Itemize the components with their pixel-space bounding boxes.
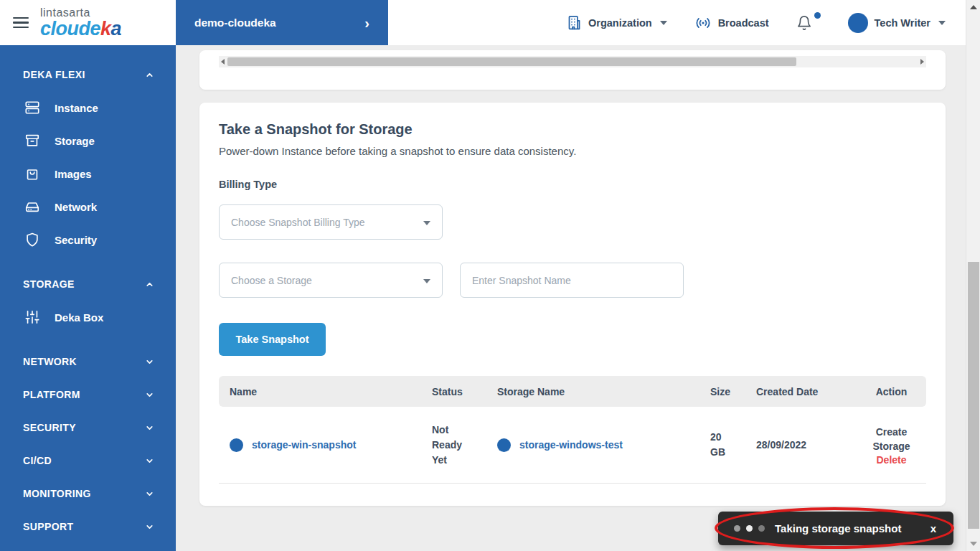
project-name: demo-cloudeka xyxy=(194,17,276,29)
loading-dots-icon xyxy=(734,525,765,532)
header-storage-name: Storage Name xyxy=(497,386,710,397)
create-storage-link[interactable]: Create Storage xyxy=(867,425,917,453)
sidebar-section-deka-flexi[interactable]: DEKA FLEXI xyxy=(0,58,176,91)
chevron-down-icon xyxy=(145,456,154,466)
toast-notification: Taking storage snapshot x xyxy=(718,512,953,545)
chevron-up-icon xyxy=(145,280,154,289)
billing-type-select[interactable]: Choose Snapshot Billing Type xyxy=(219,204,443,240)
size-value: 20 GB xyxy=(710,430,732,460)
main-content: Take a Snapshot for Storage Power-down I… xyxy=(176,45,980,551)
bell-icon xyxy=(796,14,812,32)
sidebar-section-cicd[interactable]: CI/CD xyxy=(0,444,176,477)
organization-menu[interactable]: Organization xyxy=(567,15,667,30)
horizontal-scrollbar[interactable] xyxy=(219,56,926,67)
notifications-button[interactable] xyxy=(796,14,821,32)
header-size: Size xyxy=(710,386,756,397)
header-name: Name xyxy=(219,386,432,397)
vertical-scrollbar[interactable] xyxy=(966,0,980,551)
snapshot-name-link[interactable]: storage-win-snapshot xyxy=(252,439,356,451)
broadcast-menu[interactable]: Broadcast xyxy=(694,16,769,30)
header-created-date: Created Date xyxy=(756,386,857,397)
sidebar-section-storage[interactable]: STORAGE xyxy=(0,268,176,301)
storage-status-dot xyxy=(497,438,511,452)
snapshot-name-field-wrap xyxy=(460,263,684,298)
status-value: Not Ready Yet xyxy=(432,423,472,468)
sidebar-section-network[interactable]: NETWORK xyxy=(0,345,176,378)
chevron-down-icon xyxy=(660,21,667,25)
snapshot-card: Take a Snapshot for Storage Power-down I… xyxy=(199,103,946,506)
archive-box-icon xyxy=(24,133,40,149)
sidebar-section-support[interactable]: SUPPORT xyxy=(0,510,176,543)
sidebar-nav: DEKA FLEXI Instance Storage Images Netwo… xyxy=(0,45,176,551)
sidebar-section-platform[interactable]: PLATFORM xyxy=(0,378,176,411)
page-subtitle: Power-down Instance before taking a snap… xyxy=(219,145,926,157)
notification-badge xyxy=(814,12,821,19)
snapshot-table: Name Status Storage Name Size Created Da… xyxy=(219,376,926,484)
scroll-right-arrow-icon[interactable] xyxy=(920,59,924,65)
page-title: Take a Snapshot for Storage xyxy=(219,121,926,138)
sidebar-item-deka-box[interactable]: Deka Box xyxy=(0,301,176,334)
chevron-down-icon xyxy=(145,522,154,532)
table-row: storage-win-snapshot Not Ready Yet stora… xyxy=(219,407,926,484)
sidebar-section-security[interactable]: SECURITY xyxy=(0,411,176,444)
scroll-down-arrow-icon[interactable] xyxy=(970,542,977,546)
top-bar: lintasarta cloudeka demo-cloudeka › Orga… xyxy=(0,0,980,45)
top-actions: Organization Broadcast Tech Writer xyxy=(567,0,946,45)
table-header-row: Name Status Storage Name Size Created Da… xyxy=(219,376,926,407)
sidebar-section-monitoring[interactable]: MONITORING xyxy=(0,477,176,510)
organization-label: Organization xyxy=(588,17,652,29)
sidebar-item-images[interactable]: Images xyxy=(0,157,176,190)
shield-icon xyxy=(24,232,40,248)
header-action: Action xyxy=(857,386,926,397)
chevron-down-icon xyxy=(145,390,154,400)
header-status: Status xyxy=(432,386,497,397)
caret-down-icon xyxy=(423,279,430,283)
hard-drive-icon xyxy=(24,199,40,215)
sidebar-item-storage[interactable]: Storage xyxy=(0,124,176,157)
snapshot-status-dot xyxy=(230,438,243,452)
organization-icon xyxy=(567,15,582,30)
chevron-down-icon xyxy=(145,423,154,433)
delete-link[interactable]: Delete xyxy=(857,454,926,466)
chevron-down-icon xyxy=(938,21,946,25)
user-menu[interactable]: Tech Writer xyxy=(848,13,946,33)
logo-company-text: lintasarta xyxy=(40,7,121,19)
created-date-value: 28/09/2022 xyxy=(756,439,806,451)
horizontal-scrollbar-thumb[interactable] xyxy=(227,57,796,66)
user-name: Tech Writer xyxy=(875,17,930,29)
toast-message: Taking storage snapshot xyxy=(775,522,930,534)
server-icon xyxy=(24,100,40,116)
hamburger-menu-icon[interactable] xyxy=(13,14,29,32)
avatar xyxy=(848,13,868,33)
chevron-down-icon xyxy=(145,489,154,499)
sidebar-item-security[interactable]: Security xyxy=(0,223,176,256)
app-logo: lintasarta cloudeka xyxy=(40,7,121,39)
sidebar-item-network[interactable]: Network xyxy=(0,190,176,223)
scroll-left-arrow-icon[interactable] xyxy=(221,59,225,65)
horizontal-scroll-card xyxy=(199,50,946,90)
storage-select[interactable]: Choose a Storage xyxy=(219,263,443,298)
broadcast-label: Broadcast xyxy=(718,17,769,29)
chevron-up-icon xyxy=(145,70,154,80)
project-switcher[interactable]: demo-cloudeka › xyxy=(176,0,388,45)
sidebar-item-instance[interactable]: Instance xyxy=(0,91,176,124)
storage-name-link[interactable]: storage-windows-test xyxy=(519,439,623,451)
scroll-up-arrow-icon[interactable] xyxy=(970,5,977,9)
caret-down-icon xyxy=(423,221,430,225)
sliders-icon xyxy=(24,309,40,325)
billing-type-label: Billing Type xyxy=(219,179,926,190)
shopping-bag-icon xyxy=(24,166,40,182)
broadcast-icon xyxy=(694,16,712,30)
snapshot-name-input[interactable] xyxy=(461,263,683,297)
toast-close-button[interactable]: x xyxy=(930,522,936,534)
vertical-scrollbar-thumb[interactable] xyxy=(968,262,979,529)
take-snapshot-button[interactable]: Take Snapshot xyxy=(219,323,326,356)
chevron-right-icon: › xyxy=(364,16,369,30)
logo-product-text: cloudeka xyxy=(40,18,121,39)
chevron-down-icon xyxy=(145,357,154,367)
brand-area: lintasarta cloudeka xyxy=(0,0,176,45)
